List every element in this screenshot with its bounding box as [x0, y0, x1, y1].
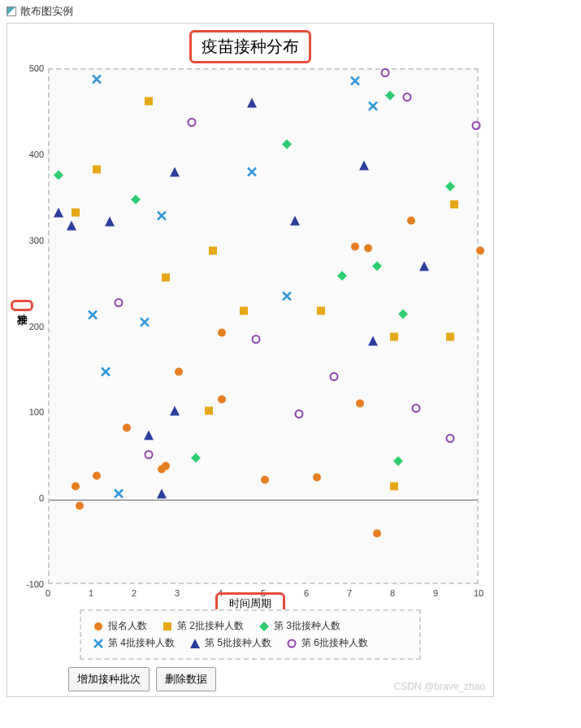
svg-point-82 — [94, 622, 102, 630]
svg-marker-64 — [170, 406, 180, 416]
svg-rect-83 — [163, 622, 171, 630]
svg-point-72 — [145, 451, 152, 458]
svg-marker-31 — [191, 453, 201, 463]
svg-point-9 — [261, 475, 269, 483]
svg-point-78 — [403, 93, 410, 101]
data-point — [282, 292, 292, 304]
svg-marker-36 — [393, 456, 403, 466]
data-point — [316, 306, 326, 318]
data-point — [122, 423, 132, 436]
data-point — [239, 306, 249, 318]
data-point — [114, 297, 124, 310]
svg-rect-23 — [240, 307, 248, 315]
chart-title: 疫苗接种分布 — [189, 30, 311, 63]
data-point — [161, 273, 171, 285]
chart-container: 疫苗接种分布 接种率 -1000100200300400500 01234567… — [7, 23, 494, 697]
svg-point-77 — [382, 69, 389, 76]
data-point — [92, 164, 102, 176]
svg-marker-37 — [398, 309, 408, 318]
data-point — [363, 244, 373, 256]
y-tick: 0 — [39, 493, 44, 503]
svg-rect-21 — [205, 407, 213, 415]
legend-marker-icon — [93, 638, 104, 649]
svg-point-5 — [162, 462, 170, 470]
svg-point-88 — [288, 639, 296, 647]
legend-label: 第 4批接种人数 — [108, 636, 175, 650]
svg-point-11 — [351, 243, 359, 251]
data-point — [475, 246, 485, 258]
svg-marker-67 — [290, 216, 300, 226]
legend-marker-icon — [189, 638, 201, 649]
svg-marker-63 — [157, 488, 167, 498]
legend-item[interactable]: 第 3批接种人数 — [258, 619, 340, 633]
data-point — [92, 470, 102, 483]
svg-point-0 — [72, 483, 80, 491]
legend-item[interactable]: 第 6批接种人数 — [286, 636, 368, 650]
x-tick: 3 — [175, 588, 180, 598]
data-point — [144, 450, 154, 462]
data-point — [402, 92, 412, 104]
legend-item[interactable]: 报名人数 — [93, 619, 147, 633]
svg-marker-32 — [282, 140, 292, 150]
data-point — [445, 434, 455, 446]
svg-point-3 — [123, 424, 131, 432]
svg-point-73 — [188, 119, 195, 126]
svg-marker-61 — [105, 217, 115, 227]
data-point — [170, 167, 180, 180]
x-tick: 8 — [390, 588, 395, 598]
svg-point-10 — [313, 473, 321, 481]
svg-rect-27 — [446, 333, 454, 341]
delete-data-button[interactable]: 删除数据 — [156, 667, 216, 691]
svg-point-75 — [296, 410, 303, 418]
legend-item[interactable]: 第 5批接种人数 — [189, 636, 271, 650]
svg-marker-35 — [385, 90, 395, 100]
svg-point-1 — [76, 501, 84, 509]
x-tick: 7 — [347, 588, 352, 598]
data-point — [389, 482, 399, 494]
data-point — [131, 194, 141, 206]
y-tick: 200 — [29, 322, 44, 332]
data-point — [294, 410, 304, 422]
legend-label: 第 5批接种人数 — [205, 636, 271, 650]
watermark: CSDN @brave_zhao — [394, 681, 485, 692]
legend-label: 报名人数 — [108, 619, 147, 633]
svg-marker-60 — [67, 220, 76, 230]
svg-marker-69 — [368, 336, 378, 346]
header-label: 散布图实例 — [20, 4, 73, 19]
data-point — [174, 366, 184, 379]
data-point — [191, 453, 201, 466]
legend-label: 第 6批接种人数 — [301, 636, 368, 650]
svg-rect-24 — [317, 307, 325, 315]
svg-point-81 — [472, 122, 479, 129]
header: 散布图实例 — [0, 0, 581, 23]
data-point — [208, 246, 218, 258]
data-point — [355, 398, 365, 410]
data-point — [350, 76, 360, 88]
svg-point-6 — [175, 367, 183, 375]
legend-item[interactable]: 第 4批接种人数 — [93, 636, 175, 650]
svg-point-2 — [93, 471, 101, 479]
y-tick: 100 — [29, 407, 44, 417]
data-point — [329, 371, 339, 384]
x-tick: 1 — [89, 588, 93, 598]
add-batch-button[interactable]: 增加接种批次 — [68, 667, 150, 691]
data-point — [140, 318, 150, 330]
svg-marker-70 — [419, 262, 429, 271]
data-point — [204, 406, 214, 418]
data-point — [312, 472, 322, 484]
data-point — [389, 332, 399, 344]
svg-rect-25 — [390, 333, 398, 341]
data-point — [419, 262, 429, 274]
svg-rect-17 — [72, 208, 80, 216]
svg-point-13 — [364, 245, 372, 253]
svg-point-12 — [356, 399, 364, 407]
legend-label: 第 3批接种人数 — [274, 619, 340, 633]
y-tick: 500 — [29, 63, 44, 73]
data-point — [157, 210, 167, 223]
svg-marker-59 — [54, 207, 63, 217]
data-point — [54, 207, 63, 219]
data-point — [251, 335, 261, 347]
legend-item[interactable]: 第 2批接种人数 — [162, 619, 244, 633]
data-point — [67, 220, 76, 232]
y-tick: -100 — [26, 579, 44, 589]
